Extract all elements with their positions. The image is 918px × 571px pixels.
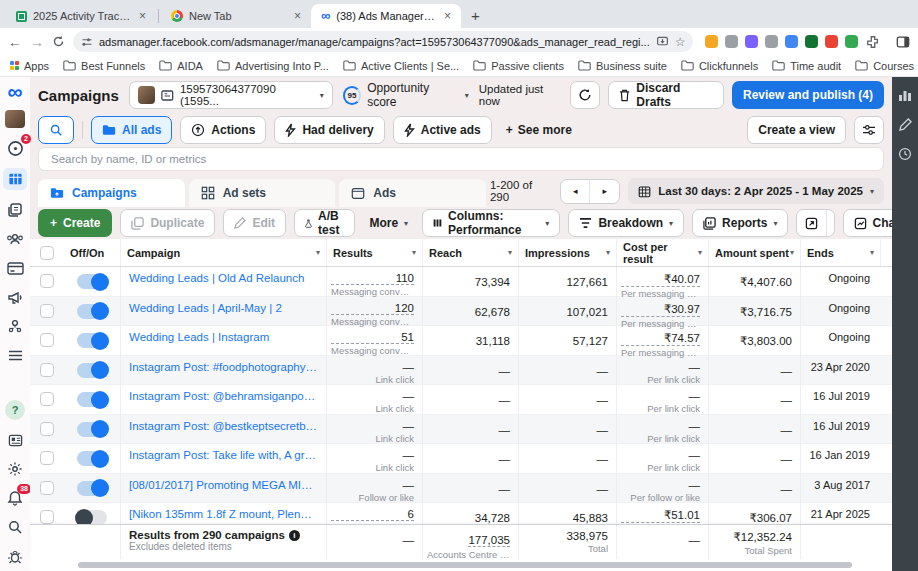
help-icon[interactable]: ? [5, 400, 25, 420]
campaign-link[interactable]: Instagram Post: @bestkeptsecretband @abh… [120, 415, 326, 444]
sort-caret-icon[interactable]: ▾ [412, 248, 416, 257]
bookmark-folder[interactable]: Advertising Into P... [217, 60, 329, 72]
campaign-toggle[interactable] [77, 392, 107, 407]
back-icon[interactable]: ← [8, 35, 22, 49]
col-reach[interactable]: Reach▾ [422, 239, 518, 266]
campaign-link[interactable]: Wedding Leads | April-May | 2 [120, 297, 326, 329]
report-bug-icon[interactable] [5, 547, 25, 565]
campaign-link[interactable]: Instagram Post: Take life with, A grain … [120, 444, 326, 473]
campaign-link[interactable]: Instagram Post: #foodphotography . . . .… [120, 356, 326, 385]
campaign-link[interactable]: Wedding Leads | Old Ad Relaunch [120, 267, 326, 299]
extensions-puzzle-icon[interactable] [866, 35, 880, 49]
see-more-button[interactable]: +See more [500, 123, 578, 137]
campaign-link[interactable]: [Nikon 135mm 1.8f Z mount, Plena, Bokhe … [120, 503, 326, 524]
history-clock-icon[interactable] [898, 147, 912, 161]
pages-icon[interactable] [5, 201, 25, 219]
campaign-link[interactable]: [08/01/2017] Promoting MEGA MIND PhotoG.… [120, 474, 326, 503]
campaign-link[interactable]: Wedding Leads | Instagram [120, 326, 326, 358]
edit-pencil-icon[interactable] [899, 118, 912, 131]
columns-button[interactable]: Columns: Performance▾ [422, 209, 560, 237]
export-options-button[interactable]: ▾ [827, 210, 834, 236]
extension-icon[interactable] [805, 35, 818, 48]
reports-button[interactable]: Reports▾ [692, 209, 788, 237]
bookmark-folder[interactable]: AIDA [159, 60, 203, 72]
campaign-toggle[interactable] [77, 304, 107, 319]
extension-icon[interactable] [785, 35, 798, 48]
col-amount-spent[interactable]: Amount spent▾ [708, 239, 800, 266]
view-settings-button[interactable] [854, 116, 884, 144]
tab-close-icon[interactable]: × [292, 9, 303, 23]
insights-chart-icon[interactable] [898, 89, 912, 102]
search-filter-button[interactable] [38, 116, 74, 144]
side-panel-icon[interactable] [896, 35, 910, 49]
discard-drafts-button[interactable]: Discard Drafts [608, 81, 724, 109]
new-tab-button[interactable]: + [471, 7, 480, 24]
campaigns-nav-icon[interactable] [3, 168, 27, 190]
row-checkbox[interactable] [40, 363, 54, 377]
meta-logo[interactable]: ∞ [8, 85, 23, 99]
horizontal-scrollbar[interactable] [78, 562, 852, 568]
duplicate-button[interactable]: Duplicate [120, 209, 215, 237]
sort-caret-icon[interactable]: ▾ [508, 248, 512, 257]
tab-ad-sets[interactable]: Ad sets [189, 179, 336, 207]
sort-caret-icon[interactable]: ▾ [606, 248, 610, 257]
col-campaign[interactable]: Campaign▾ [120, 239, 326, 266]
bookmark-folder[interactable]: Courses [855, 60, 914, 72]
account-overview-icon[interactable]: 2 [5, 139, 25, 157]
bookmark-folder[interactable]: Clickfunnels [681, 60, 758, 72]
tab-ads[interactable]: Ads [339, 179, 486, 207]
row-checkbox[interactable] [40, 392, 54, 406]
all-tools-icon[interactable] [5, 346, 25, 364]
col-impressions[interactable]: Impressions▾ [518, 239, 616, 266]
reload-icon[interactable] [52, 35, 65, 48]
forward-icon[interactable]: → [30, 35, 44, 49]
url-text[interactable]: adsmanager.facebook.com/adsmanager/manag… [99, 36, 650, 48]
campaign-toggle[interactable] [77, 481, 107, 496]
filter-chip-actions[interactable]: Actions [180, 116, 266, 144]
next-page-icon[interactable]: ▸ [590, 180, 619, 203]
filter-chip-all-ads[interactable]: All ads [91, 116, 172, 144]
search-input[interactable] [38, 147, 884, 171]
sort-caret-icon[interactable]: ▾ [316, 248, 320, 257]
bookmark-folder[interactable]: Best Funnels [63, 60, 145, 72]
row-checkbox[interactable] [40, 333, 54, 347]
row-checkbox[interactable] [40, 304, 54, 318]
col-ends[interactable]: Ends▾ [800, 239, 880, 266]
sidebar-account-avatar[interactable] [5, 110, 25, 128]
bookmark-folder[interactable]: Time audit [772, 60, 841, 72]
row-checkbox[interactable] [40, 422, 54, 436]
notifications-bell-icon[interactable]: 38 [5, 489, 25, 507]
browser-tab-ads-manager[interactable]: ∞ (38) Ads Manager - Manage a × [311, 4, 461, 28]
create-button[interactable]: +Create [38, 209, 112, 237]
campaign-toggle[interactable] [77, 274, 107, 289]
sidebar-search-icon[interactable] [5, 518, 25, 536]
billing-icon[interactable] [5, 259, 25, 277]
campaign-toggle[interactable] [77, 510, 107, 524]
row-checkbox[interactable] [40, 510, 54, 524]
business-settings-icon[interactable] [5, 317, 25, 335]
site-info-icon[interactable] [81, 36, 93, 48]
prev-page-icon[interactable]: ◂ [561, 180, 590, 203]
tab-campaigns[interactable]: Campaigns [38, 179, 185, 207]
select-all-checkbox[interactable] [40, 246, 54, 260]
opportunity-score[interactable]: 95 Opportunity score ▾ [343, 81, 469, 109]
edit-button[interactable]: Edit [223, 209, 286, 237]
bookmark-apps[interactable]: Apps [10, 60, 49, 72]
info-icon[interactable]: i [289, 530, 300, 541]
col-results[interactable]: Results▾ [326, 239, 422, 266]
account-selector[interactable]: 159573064377090 (1595... ▾ [129, 81, 333, 109]
more-button[interactable]: More▾ [363, 216, 414, 230]
extension-icon[interactable] [765, 35, 778, 48]
campaign-toggle[interactable] [77, 363, 107, 378]
breakdown-button[interactable]: Breakdown▾ [568, 209, 684, 237]
campaign-toggle[interactable] [77, 422, 107, 437]
ab-test-button[interactable]: A/B test [294, 209, 355, 237]
extension-icon[interactable] [745, 35, 758, 48]
browser-tab-sheets[interactable]: 2025 Activity Tracker - Goog × [6, 4, 156, 28]
ads-megaphone-icon[interactable] [5, 288, 25, 306]
col-cost-per-result[interactable]: Cost per result▾ [616, 239, 708, 266]
date-range-picker[interactable]: Last 30 days: 2 Apr 2025 - 1 May 2025 ▾ [628, 178, 884, 204]
campaign-link[interactable]: Instagram Post: @behramsiganporia... [120, 385, 326, 414]
row-checkbox[interactable] [40, 451, 54, 465]
tab-close-icon[interactable]: × [442, 9, 453, 23]
